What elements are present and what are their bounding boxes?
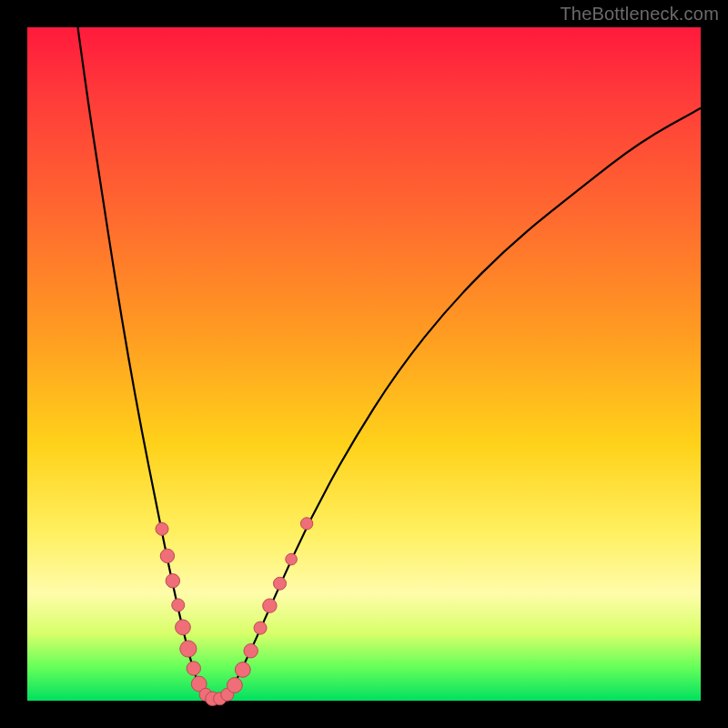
- data-point: [300, 518, 312, 530]
- data-point: [244, 644, 258, 658]
- data-point: [187, 662, 200, 675]
- data-point: [235, 662, 250, 678]
- data-point: [166, 574, 179, 588]
- chart-frame: TheBottleneck.com: [0, 0, 728, 728]
- data-point: [254, 622, 267, 634]
- data-point: [228, 678, 243, 693]
- chart-overlay: [27, 27, 701, 701]
- data-point: [160, 549, 174, 562]
- data-point: [263, 599, 277, 612]
- bottleneck-curve: [78, 27, 702, 699]
- data-point: [172, 599, 185, 612]
- data-point: [286, 553, 298, 565]
- plot-area: [27, 27, 701, 701]
- data-point: [156, 522, 168, 535]
- data-point: [176, 620, 191, 635]
- data-points-group: [156, 518, 313, 706]
- data-point: [180, 641, 197, 657]
- watermark-text: TheBottleneck.com: [560, 4, 719, 25]
- data-point: [274, 577, 287, 590]
